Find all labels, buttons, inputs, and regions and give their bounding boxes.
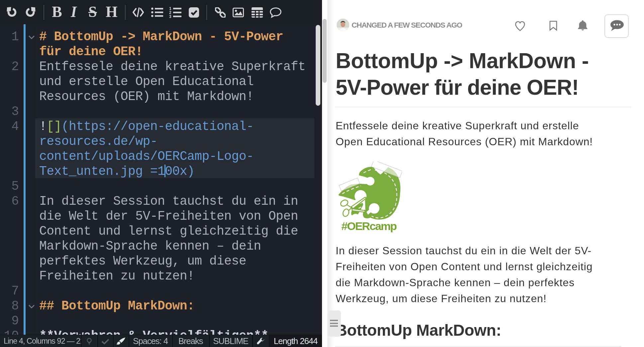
svg-text:3: 3: [169, 14, 171, 18]
